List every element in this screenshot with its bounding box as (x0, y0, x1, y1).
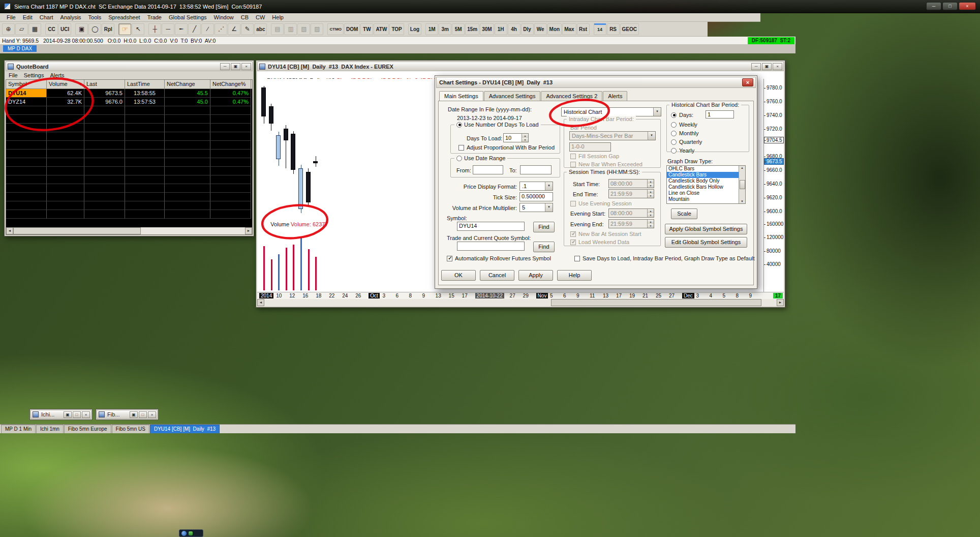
spin-up-icon[interactable]: ▲ (648, 190, 654, 194)
period-weekly-button[interactable]: We (534, 23, 547, 35)
dialog-tab-main-settings[interactable]: Main Settings (439, 91, 483, 102)
dialog-ok-button[interactable]: OK (441, 270, 476, 281)
top-button[interactable]: TOP (389, 23, 404, 35)
trade-symbol-input[interactable] (457, 242, 525, 251)
period-15m-button[interactable]: 15m (465, 23, 479, 35)
chart-tab-fibo-5mn-us[interactable]: Fibo 5mn US (112, 425, 149, 433)
quoteboard-titlebar[interactable]: QuoteBoard ─ ▣ × (6, 62, 253, 71)
quote-row[interactable] (6, 167, 252, 175)
end-time-input[interactable]: 21:59:59 ▲▼ (608, 189, 654, 198)
spinner-buttons[interactable]: ▲▼ (522, 134, 528, 142)
draw-type-candlestick-body-only[interactable]: Candlestick Body Only (667, 178, 739, 184)
quoteboard-menu-file[interactable]: File (7, 72, 22, 78)
period-1h-button[interactable]: 1H (495, 23, 507, 35)
scroll-up-icon[interactable]: ▲ (741, 166, 744, 169)
save-as-default-checkbox[interactable]: Save Days to Load, Intraday Bar Period, … (574, 255, 755, 261)
restore-icon[interactable]: ▣ (64, 411, 72, 418)
chart-tab-ichi-1mn[interactable]: Ichi 1mn (36, 425, 64, 433)
menu-edit[interactable]: Edit (19, 14, 36, 21)
quoteboard-column-volume[interactable]: Volume▼ (47, 80, 84, 88)
days-radio[interactable]: Days: (671, 112, 693, 118)
angle-tool-icon[interactable]: ∠ (228, 23, 240, 35)
close-icon[interactable]: × (82, 411, 90, 418)
minimize-button[interactable]: ─ (926, 2, 941, 10)
spin-up-icon[interactable]: ▲ (648, 180, 654, 184)
symbol-find-button[interactable]: Find (533, 222, 555, 232)
quote-row[interactable] (6, 184, 252, 193)
scroll-right-icon[interactable]: ► (245, 227, 252, 234)
days-to-load-input[interactable]: 10 ▲▼ (503, 133, 529, 142)
quoteboard-column-last[interactable]: Last (84, 80, 125, 88)
dialog-help-button[interactable]: Help (557, 270, 592, 281)
dialog-close-button[interactable]: × (742, 78, 753, 86)
quote-row[interactable] (6, 132, 252, 141)
horizontal-ray-tool-icon[interactable]: ╾ (175, 23, 188, 35)
period-monthly-button[interactable]: Mon (547, 23, 562, 35)
chart-tab-mp-d-1-min[interactable]: MP D 1 Min (1, 425, 36, 433)
bar-period-value-input[interactable]: 1-0-0 (569, 142, 611, 152)
chart-tab-fibo-5mn-europe[interactable]: Fibo 5mn Europe (64, 425, 111, 433)
use-evening-session-checkbox[interactable]: Use Evening Session (570, 200, 632, 206)
restore-icon[interactable]: ▣ (130, 411, 138, 418)
use-date-range-radio[interactable]: Use Date Range (454, 155, 507, 161)
menu-file[interactable]: File (3, 14, 19, 21)
load-weekend-data-checkbox[interactable]: Load Weekend Data (570, 239, 629, 245)
spinner-buttons[interactable]: ▲▼ (647, 209, 654, 217)
bar-period-dropdown[interactable]: Days-Mins-Secs Per Bar ▼ (569, 131, 656, 140)
menu-spreadsheet[interactable]: Spreadsheet (105, 14, 143, 21)
period-30m-button[interactable]: 30M (480, 23, 494, 35)
period-3m-button[interactable]: 3m (439, 23, 451, 35)
scroll-thumb[interactable] (551, 299, 761, 306)
calendar-icon[interactable]: 14 (594, 23, 606, 35)
minimize-icon[interactable]: ─ (220, 63, 230, 70)
scroll-left-icon[interactable]: ◄ (6, 227, 13, 234)
spin-down-icon[interactable]: ▼ (648, 184, 654, 188)
dialog-cancel-button[interactable]: Cancel (480, 270, 514, 281)
price-display-format-dropdown[interactable]: .1 ▼ (519, 182, 553, 191)
scroll-left-icon[interactable]: ◄ (257, 299, 264, 306)
quote-row[interactable]: DYZ1432.7K9676.013:57:5345.00.47% (6, 98, 252, 106)
radio-yearly[interactable]: Yearly (671, 147, 702, 154)
restore-icon[interactable]: ▣ (231, 63, 240, 70)
scroll-thumb[interactable] (740, 180, 745, 189)
new-bar-when-exceeded-checkbox[interactable]: New Bar When Exceeded (570, 161, 642, 167)
minimize-icon[interactable]: ─ (751, 63, 761, 70)
pattern-tool-3-icon[interactable]: ▧ (297, 23, 310, 35)
period-5m-button[interactable]: 5M (452, 23, 465, 35)
text-tool-button[interactable]: abc (254, 23, 267, 35)
period-1m-button[interactable]: 1M (425, 23, 438, 35)
period-4h-button[interactable]: 4h (508, 23, 520, 35)
symbol-input[interactable]: DYU14 (457, 222, 525, 231)
apply-global-symbol-settings-button[interactable]: Apply Global Symbol Settings (665, 224, 747, 234)
circle-tool-icon[interactable]: ◯ (88, 23, 101, 35)
replay-button[interactable]: Rpl (102, 23, 114, 35)
browser-icon[interactable] (181, 531, 187, 536)
open-chartbook-icon[interactable]: ▱ (15, 23, 28, 35)
close-button[interactable]: × (959, 2, 976, 10)
trade-symbol-find-button[interactable]: Find (533, 242, 555, 252)
zoom-max-button[interactable]: Max (562, 23, 576, 35)
listbox-scrollbar[interactable]: ▲ ▼ (739, 166, 745, 203)
pattern-tool-4-icon[interactable]: ▨ (311, 23, 323, 35)
dropdown-arrow-icon[interactable]: ▼ (653, 108, 661, 116)
close-icon[interactable]: × (773, 63, 782, 70)
quote-row[interactable] (6, 210, 252, 219)
menu-window[interactable]: Window (210, 14, 237, 21)
spinner-buttons[interactable]: ▲▼ (647, 190, 654, 198)
geoc-button[interactable]: GEOC (620, 23, 639, 35)
zoom-reset-button[interactable]: Rst (577, 23, 590, 35)
dialog-tab-alerts[interactable]: Alerts (603, 91, 627, 101)
spin-up-icon[interactable]: ▲ (648, 209, 654, 213)
spin-down-icon[interactable]: ▼ (648, 213, 654, 217)
quote-row[interactable] (6, 124, 252, 132)
quote-row[interactable] (6, 150, 252, 158)
minimized-window-fib[interactable]: Fib...▣□× (96, 409, 159, 420)
maximize-button[interactable]: □ (942, 2, 958, 10)
pointer-tool-icon[interactable]: ↖ (132, 23, 144, 35)
close-icon[interactable]: × (241, 63, 251, 70)
new-bar-at-session-start-checkbox[interactable]: New Bar At Session Start (570, 231, 641, 237)
quote-row[interactable] (6, 141, 252, 150)
workspace-tab-mp-d-dax[interactable]: MP D DAX (3, 45, 37, 52)
menu-trade[interactable]: Trade (144, 14, 165, 21)
scale-button[interactable]: Scale (671, 208, 697, 219)
